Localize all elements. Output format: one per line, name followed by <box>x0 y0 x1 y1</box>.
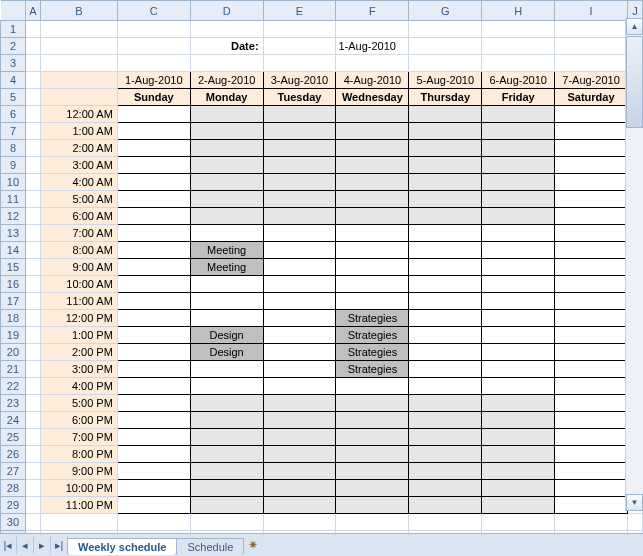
schedule-cell-4-16[interactable] <box>409 378 482 395</box>
cell-H31[interactable] <box>482 531 555 534</box>
schedule-cell-4-3[interactable] <box>409 157 482 174</box>
schedule-cell-0-22[interactable] <box>117 480 190 497</box>
cell-A8[interactable] <box>25 140 40 157</box>
cell-A29[interactable] <box>25 497 40 514</box>
schedule-cell-4-2[interactable] <box>409 140 482 157</box>
schedule-cell-1-4[interactable] <box>190 174 263 191</box>
schedule-cell-6-15[interactable] <box>555 361 628 378</box>
col-header-G[interactable]: G <box>409 1 482 21</box>
schedule-cell-1-6[interactable] <box>190 208 263 225</box>
cell-A5[interactable] <box>25 89 40 106</box>
schedule-cell-1-12[interactable] <box>190 310 263 327</box>
col-header-B[interactable]: B <box>40 1 117 21</box>
schedule-cell-6-22[interactable] <box>555 480 628 497</box>
cell-A7[interactable] <box>25 123 40 140</box>
schedule-cell-0-6[interactable] <box>117 208 190 225</box>
cell-E31[interactable] <box>263 531 336 534</box>
cell-F1[interactable] <box>336 21 409 38</box>
schedule-cell-1-23[interactable] <box>190 497 263 514</box>
cell-A20[interactable] <box>25 344 40 361</box>
cell-A9[interactable] <box>25 157 40 174</box>
schedule-cell-3-12[interactable]: Strategies <box>336 310 409 327</box>
schedule-cell-6-12[interactable] <box>555 310 628 327</box>
row-header-11[interactable]: 11 <box>1 191 26 208</box>
schedule-cell-0-12[interactable] <box>117 310 190 327</box>
cell-F31[interactable] <box>336 531 409 534</box>
vertical-scrollbar[interactable]: ▲ ▼ <box>625 18 643 511</box>
schedule-cell-0-5[interactable] <box>117 191 190 208</box>
schedule-cell-1-8[interactable]: Meeting <box>190 242 263 259</box>
schedule-cell-3-16[interactable] <box>336 378 409 395</box>
col-header-A[interactable]: A <box>25 1 40 21</box>
col-header-D[interactable]: D <box>190 1 263 21</box>
cell-F3[interactable] <box>336 55 409 72</box>
schedule-cell-2-20[interactable] <box>263 446 336 463</box>
schedule-cell-1-7[interactable] <box>190 225 263 242</box>
schedule-cell-6-11[interactable] <box>555 293 628 310</box>
schedule-cell-4-21[interactable] <box>409 463 482 480</box>
schedule-cell-4-19[interactable] <box>409 429 482 446</box>
schedule-cell-4-20[interactable] <box>409 446 482 463</box>
schedule-cell-2-19[interactable] <box>263 429 336 446</box>
schedule-cell-6-0[interactable] <box>555 106 628 123</box>
schedule-cell-1-3[interactable] <box>190 157 263 174</box>
schedule-cell-1-21[interactable] <box>190 463 263 480</box>
schedule-cell-0-9[interactable] <box>117 259 190 276</box>
tab-weekly-schedule[interactable]: Weekly schedule <box>67 538 177 555</box>
schedule-cell-4-11[interactable] <box>409 293 482 310</box>
schedule-cell-3-14[interactable]: Strategies <box>336 344 409 361</box>
cell-H2[interactable] <box>482 38 555 55</box>
schedule-cell-5-18[interactable] <box>482 412 555 429</box>
schedule-cell-6-20[interactable] <box>555 446 628 463</box>
schedule-cell-6-23[interactable] <box>555 497 628 514</box>
cell-E1[interactable] <box>263 21 336 38</box>
cell-A2[interactable] <box>25 38 40 55</box>
cell-G31[interactable] <box>409 531 482 534</box>
schedule-cell-3-7[interactable] <box>336 225 409 242</box>
cell-I30[interactable] <box>555 514 628 531</box>
scroll-down-button[interactable]: ▼ <box>626 494 643 511</box>
cell-E2[interactable] <box>263 38 336 55</box>
schedule-cell-4-14[interactable] <box>409 344 482 361</box>
date-value[interactable]: 1-Aug-2010 <box>336 38 409 55</box>
schedule-cell-2-3[interactable] <box>263 157 336 174</box>
cell-F30[interactable] <box>336 514 409 531</box>
row-header-25[interactable]: 25 <box>1 429 26 446</box>
schedule-cell-4-5[interactable] <box>409 191 482 208</box>
row-header-12[interactable]: 12 <box>1 208 26 225</box>
cell-A31[interactable] <box>25 531 40 534</box>
schedule-cell-1-13[interactable]: Design <box>190 327 263 344</box>
cell-D1[interactable] <box>190 21 263 38</box>
col-header-corner[interactable] <box>1 1 26 21</box>
cell-G3[interactable] <box>409 55 482 72</box>
schedule-cell-3-8[interactable] <box>336 242 409 259</box>
schedule-cell-2-13[interactable] <box>263 327 336 344</box>
schedule-cell-5-19[interactable] <box>482 429 555 446</box>
row-header-8[interactable]: 8 <box>1 140 26 157</box>
cell-A22[interactable] <box>25 378 40 395</box>
schedule-cell-2-5[interactable] <box>263 191 336 208</box>
schedule-cell-0-16[interactable] <box>117 378 190 395</box>
row-header-19[interactable]: 19 <box>1 327 26 344</box>
schedule-cell-5-14[interactable] <box>482 344 555 361</box>
cell-B3[interactable] <box>40 55 117 72</box>
row-header-21[interactable]: 21 <box>1 361 26 378</box>
row-header-18[interactable]: 18 <box>1 310 26 327</box>
schedule-cell-4-12[interactable] <box>409 310 482 327</box>
schedule-cell-3-17[interactable] <box>336 395 409 412</box>
schedule-cell-1-20[interactable] <box>190 446 263 463</box>
schedule-cell-0-0[interactable] <box>117 106 190 123</box>
row-header-6[interactable]: 6 <box>1 106 26 123</box>
cell-A6[interactable] <box>25 106 40 123</box>
schedule-cell-3-22[interactable] <box>336 480 409 497</box>
cell-C2[interactable] <box>117 38 190 55</box>
schedule-cell-6-3[interactable] <box>555 157 628 174</box>
row-header-4[interactable]: 4 <box>1 72 26 89</box>
schedule-cell-6-17[interactable] <box>555 395 628 412</box>
row-header-16[interactable]: 16 <box>1 276 26 293</box>
schedule-cell-6-19[interactable] <box>555 429 628 446</box>
schedule-cell-5-6[interactable] <box>482 208 555 225</box>
schedule-cell-2-2[interactable] <box>263 140 336 157</box>
schedule-cell-4-18[interactable] <box>409 412 482 429</box>
cell-A12[interactable] <box>25 208 40 225</box>
